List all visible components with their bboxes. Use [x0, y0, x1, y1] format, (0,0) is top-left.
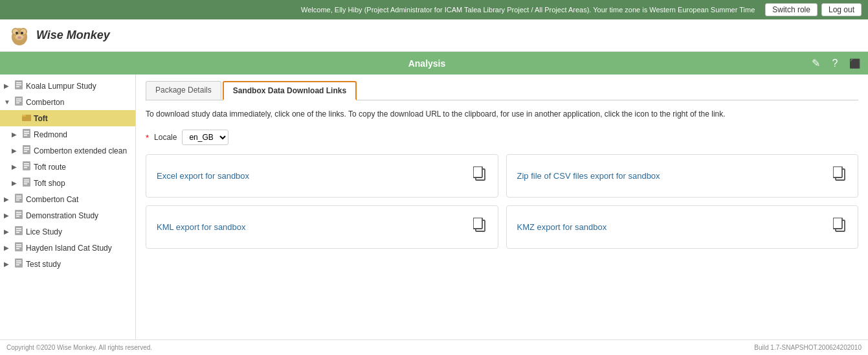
toggle-icon-comberton-cat: ▶ [4, 196, 12, 203]
svg-rect-63 [833, 218, 842, 229]
copy-icon-zip-csv[interactable] [833, 166, 847, 185]
svg-rect-21 [24, 131, 29, 132]
svg-rect-45 [16, 228, 21, 229]
item-icon-redmond [22, 129, 31, 140]
nav-bar: Analysis ✎ ? ⬛ [0, 52, 868, 74]
switch-role-button[interactable]: Switch role [765, 3, 818, 16]
nav-icons: ✎ ? ⬛ [808, 56, 862, 71]
svg-rect-22 [24, 133, 29, 134]
download-card-kml[interactable]: KML export for sandbox [146, 205, 498, 249]
sidebar-item-toft-route[interactable]: ▶Toft route [0, 159, 135, 175]
nav-title: Analysis [45, 58, 808, 69]
toggle-icon-comberton-ext: ▶ [12, 147, 19, 154]
item-label-koala: Koala Lumpur Study [26, 82, 131, 91]
help-icon[interactable]: ? [828, 56, 842, 71]
download-card-kmz[interactable]: KMZ export for sandbox [506, 205, 859, 249]
download-label-zip-csv: Zip file of CSV files export for sandbox [517, 171, 660, 181]
item-label-toft: Toft [34, 114, 131, 123]
item-icon-lice [14, 226, 23, 237]
sidebar-item-comberton-ext[interactable]: ▶Comberton extended clean [0, 143, 135, 159]
svg-rect-37 [16, 196, 21, 197]
copy-icon-kml[interactable] [473, 218, 487, 236]
svg-rect-25 [24, 147, 29, 148]
svg-rect-26 [24, 149, 29, 150]
svg-point-9 [17, 36, 21, 39]
svg-rect-41 [16, 212, 21, 213]
svg-rect-59 [833, 166, 842, 178]
sidebar-item-comberton[interactable]: ▼Comberton [0, 94, 135, 110]
item-label-hayden: Hayden Island Cat Study [26, 244, 131, 253]
item-icon-toft-route [22, 161, 31, 172]
svg-rect-11 [16, 82, 21, 84]
svg-rect-38 [16, 198, 21, 199]
tab-sandbox-download[interactable]: Sandbox Data Download Links [223, 81, 357, 100]
svg-rect-46 [16, 230, 21, 231]
sidebar-item-toft[interactable]: Toft [0, 110, 135, 126]
sidebar-item-lice[interactable]: ▶Lice Study [0, 223, 135, 240]
description-text: To download study data immediately, clic… [146, 108, 858, 120]
main-layout: ▶Koala Lumpur Study▼CombertonToft▶Redmon… [0, 74, 868, 339]
svg-rect-31 [24, 167, 27, 168]
item-label-toft-shop: Toft shop [34, 179, 131, 188]
top-bar: Welcome, Elly Hiby (Project Administrato… [0, 0, 868, 19]
svg-rect-39 [16, 200, 19, 201]
svg-point-6 [16, 32, 18, 34]
sidebar-item-koala[interactable]: ▶Koala Lumpur Study [0, 78, 135, 94]
item-icon-koala [14, 80, 23, 91]
logo-icon [6, 23, 32, 49]
svg-rect-42 [16, 214, 21, 215]
copy-icon-excel[interactable] [473, 166, 487, 185]
footer: Copyright ©2020 Wise Monkey. All rights … [0, 339, 868, 355]
item-label-lice: Lice Study [26, 227, 131, 236]
sidebar-item-redmond[interactable]: ▶Redmond [0, 126, 135, 143]
toggle-icon-toft-route: ▶ [12, 163, 19, 170]
sidebar: ▶Koala Lumpur Study▼CombertonToft▶Redmon… [0, 74, 136, 339]
item-label-test: Test study [26, 260, 131, 269]
sidebar-item-test[interactable]: ▶Test study [0, 256, 135, 272]
export-icon[interactable]: ⬛ [847, 56, 862, 71]
item-label-comberton-cat: Comberton Cat [26, 195, 131, 204]
logo-area: Wise Monkey [6, 23, 142, 49]
svg-rect-55 [16, 264, 19, 266]
item-label-comberton: Comberton [26, 98, 131, 107]
svg-rect-35 [24, 183, 27, 185]
log-out-button[interactable]: Log out [821, 3, 862, 16]
item-label-comberton-ext: Comberton extended clean [34, 146, 131, 155]
svg-rect-49 [16, 244, 21, 246]
locale-select[interactable]: en_GB en_US fr_FR de_DE [182, 130, 228, 145]
item-icon-test [14, 258, 23, 269]
sidebar-item-demo[interactable]: ▶Demonstration Study [0, 207, 135, 223]
sidebar-item-comberton-cat[interactable]: ▶Comberton Cat [0, 191, 135, 207]
svg-rect-17 [16, 102, 19, 104]
toggle-icon-demo: ▶ [4, 212, 12, 219]
sidebar-item-toft-shop[interactable]: ▶Toft shop [0, 175, 135, 191]
svg-rect-15 [16, 98, 21, 100]
svg-rect-16 [16, 100, 21, 102]
svg-rect-29 [24, 163, 29, 165]
required-star: * [146, 133, 149, 143]
sidebar-item-hayden[interactable]: ▶Hayden Island Cat Study [0, 240, 135, 256]
svg-rect-53 [16, 260, 21, 262]
toggle-icon-koala: ▶ [4, 82, 12, 89]
svg-rect-33 [24, 179, 29, 181]
item-icon-toft [22, 113, 31, 124]
item-icon-demo [14, 210, 23, 221]
build-text: Build 1.7-SNAPSHOT.200624202010 [754, 344, 862, 351]
download-label-excel: Excel export for sandbox [157, 171, 249, 181]
svg-rect-12 [16, 84, 21, 86]
svg-rect-19 [22, 115, 26, 117]
toggle-icon-redmond: ▶ [12, 131, 19, 138]
edit-icon[interactable]: ✎ [808, 56, 823, 71]
download-card-zip-csv[interactable]: Zip file of CSV files export for sandbox [506, 154, 859, 198]
svg-rect-57 [473, 166, 482, 178]
download-cards-grid: Excel export for sandboxZip file of CSV … [146, 154, 858, 249]
tabs: Package Details Sandbox Data Download Li… [146, 81, 858, 100]
svg-rect-27 [24, 151, 27, 152]
locale-label: Locale [154, 133, 177, 142]
toggle-icon-lice: ▶ [4, 228, 12, 235]
svg-rect-23 [24, 135, 27, 136]
tab-package-details[interactable]: Package Details [146, 81, 221, 100]
svg-rect-13 [16, 86, 19, 87]
download-card-excel[interactable]: Excel export for sandbox [146, 154, 498, 198]
copy-icon-kmz[interactable] [833, 218, 847, 236]
